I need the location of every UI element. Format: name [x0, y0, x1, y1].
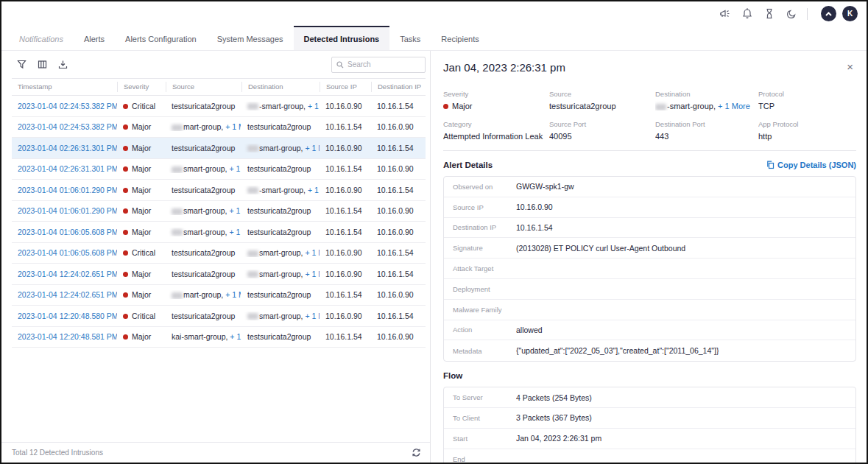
dark-mode-moon-icon[interactable]: [780, 6, 802, 22]
group-name: kai-smart-group,: [172, 332, 230, 341]
more-groups-link[interactable]: + 1 More: [308, 186, 320, 194]
summary-value: Major: [443, 102, 549, 110]
column-header-destination-ip[interactable]: Destination IP: [371, 82, 426, 92]
detail-row-malware-family: Malware Family: [444, 300, 855, 320]
more-groups-link[interactable]: + 1 More: [229, 164, 241, 173]
column-header-destination[interactable]: Destination: [241, 82, 320, 92]
destination-ip-cell: 10.16.0.90: [371, 228, 426, 236]
tab-alerts-configuration[interactable]: Alerts Configuration: [115, 26, 207, 50]
source-ip-cell: 10.16.1.54: [320, 332, 371, 341]
more-groups-link[interactable]: + 1 More: [225, 122, 241, 131]
detail-row-label: Attack Target: [453, 264, 516, 273]
more-groups-link[interactable]: + 1 More: [305, 144, 320, 152]
column-header-severity[interactable]: Severity: [117, 82, 166, 92]
column-header-timestamp[interactable]: Timestamp: [12, 82, 117, 92]
group-name: testsuricata2group: [172, 186, 235, 194]
summary-destination-port: Destination Port443: [655, 120, 758, 141]
copy-details-json-button[interactable]: Copy Details (JSON): [766, 161, 856, 169]
scroll-top-button[interactable]: [821, 6, 836, 21]
detail-row-label: Observed on: [453, 183, 516, 191]
group-name: smart-group,: [183, 206, 229, 215]
table-row[interactable]: 2023-01-04 01:06:01.290 PMMajortestsuric…: [12, 180, 426, 201]
table-row[interactable]: 2023-01-04 02:24:53.382 PMMajormart-grou…: [12, 117, 426, 138]
table-row[interactable]: 2023-01-04 02:24:53.382 PMCriticaltestsu…: [12, 96, 426, 117]
group-name: smart-group,: [183, 164, 229, 173]
summary-label: Protocol: [758, 90, 856, 98]
table-row[interactable]: 2023-01-04 02:26:31.301 PMMajorsmart-gro…: [12, 159, 426, 180]
detail-row-start: StartJan 04, 2023 2:26:31 pm: [444, 429, 855, 449]
group-name: smart-group,: [259, 248, 305, 257]
table-row[interactable]: 2023-01-04 12:20:48.581 PMMajorkai-smart…: [12, 327, 426, 348]
more-groups-link[interactable]: + 1 More: [230, 332, 241, 341]
table-row[interactable]: 2023-01-04 01:06:01.290 PMMajorsmart-gro…: [12, 201, 426, 222]
more-groups-link[interactable]: + 1 More: [229, 206, 241, 215]
table-row[interactable]: 2023-01-04 02:26:31.301 PMMajortestsuric…: [12, 138, 426, 159]
timestamp-link[interactable]: 2023-01-04 01:06:01.290 PM: [18, 206, 117, 215]
more-groups-link[interactable]: + 1 More: [229, 228, 241, 236]
tab-alerts[interactable]: Alerts: [74, 26, 115, 50]
close-icon[interactable]: ×: [844, 61, 856, 72]
more-groups-link[interactable]: + 1 More: [305, 270, 320, 278]
timestamp-link[interactable]: 2023-01-04 12:24:02.651 PM: [18, 270, 117, 278]
column-header-source-ip[interactable]: Source IP: [320, 82, 371, 92]
summary-value: 40095: [549, 132, 655, 141]
table-row[interactable]: 2023-01-04 01:06:05.608 PMMajorsmart-gro…: [12, 222, 426, 243]
detail-row-deployment: Deployment: [444, 279, 855, 300]
more-groups-link[interactable]: + 1 More: [225, 290, 241, 299]
detail-row-observed-on: Observed onGWGW-spk1-gw: [444, 177, 855, 197]
group-name: testsuricata2group: [247, 164, 311, 173]
timestamp-link[interactable]: 2023-01-04 01:06:05.608 PM: [18, 248, 117, 257]
source-ip-cell: 10.16.1.54: [320, 164, 371, 173]
bell-icon[interactable]: [736, 6, 758, 22]
table-row[interactable]: 2023-01-04 12:20:48.580 PMCriticaltestsu…: [12, 306, 426, 327]
intrusions-list-panel: TimestampSeveritySourceDestinationSource…: [1, 51, 431, 463]
tab-tasks[interactable]: Tasks: [389, 26, 431, 50]
timestamp-link[interactable]: 2023-01-04 12:24:02.651 PM: [18, 290, 117, 299]
user-avatar[interactable]: K: [842, 6, 858, 21]
group-name: smart-group,: [183, 228, 229, 236]
table-body: 2023-01-04 02:24:53.382 PMCriticaltestsu…: [12, 96, 426, 348]
table-row[interactable]: 2023-01-04 12:24:02.651 PMMajormart-grou…: [12, 285, 426, 306]
summary-destination: Destination-smart-group, + 1 More: [655, 90, 758, 110]
severity-cell: Critical: [117, 102, 166, 110]
tab-notifications[interactable]: Notifications: [9, 26, 74, 50]
severity-label: Major: [132, 270, 151, 278]
destination-cell: smart-group, + 1 More: [241, 312, 320, 320]
severity-label: Major: [132, 206, 151, 215]
columns-icon[interactable]: [32, 57, 52, 73]
timestamp-link[interactable]: 2023-01-04 12:20:48.580 PM: [18, 312, 117, 320]
table-row[interactable]: 2023-01-04 01:06:05.608 PMCriticaltestsu…: [12, 243, 426, 264]
timestamp-link[interactable]: 2023-01-04 02:24:53.382 PM: [18, 122, 117, 131]
timestamp-link[interactable]: 2023-01-04 02:26:31.301 PM: [18, 144, 117, 152]
more-groups-link[interactable]: + 1 More: [308, 102, 320, 110]
timestamp-link[interactable]: 2023-01-04 02:26:31.301 PM: [18, 164, 117, 173]
group-name: smart-group,: [259, 144, 305, 152]
hourglass-icon[interactable]: [758, 6, 780, 22]
announcement-icon[interactable]: [714, 6, 736, 22]
timestamp-link[interactable]: 2023-01-04 02:24:53.382 PM: [18, 102, 117, 110]
redacted-text: [172, 292, 183, 299]
detail-row-value: 10.16.1.54: [516, 223, 553, 232]
more-groups-link[interactable]: + 1 More: [718, 102, 750, 110]
refresh-icon[interactable]: [412, 448, 421, 457]
alert-details-heading: Alert Details: [443, 161, 493, 169]
download-icon[interactable]: [53, 57, 72, 73]
destination-ip-cell: 10.16.0.90: [371, 122, 426, 131]
detail-row-label: Start: [453, 435, 516, 443]
timestamp-cell: 2023-01-04 12:24:02.651 PM: [12, 270, 117, 278]
tab-recipients[interactable]: Recipients: [431, 26, 489, 50]
tab-detected-intrusions[interactable]: Detected Intrusions: [294, 26, 390, 50]
detail-row-label: End: [453, 455, 516, 463]
severity-cell: Major: [117, 270, 166, 278]
severity-cell: Major: [117, 206, 166, 215]
search-input[interactable]: [347, 60, 420, 68]
timestamp-link[interactable]: 2023-01-04 01:06:05.608 PM: [18, 228, 117, 236]
column-header-source[interactable]: Source: [166, 82, 241, 92]
timestamp-link[interactable]: 2023-01-04 01:06:01.290 PM: [18, 186, 117, 194]
more-groups-link[interactable]: + 1 More: [305, 248, 320, 257]
more-groups-link[interactable]: + 1 More: [305, 312, 320, 320]
tab-system-messages[interactable]: System Messages: [207, 26, 294, 50]
table-row[interactable]: 2023-01-04 12:24:02.651 PMMajortestsuric…: [12, 264, 426, 285]
timestamp-link[interactable]: 2023-01-04 12:20:48.581 PM: [18, 332, 117, 341]
filter-icon[interactable]: [12, 57, 31, 73]
